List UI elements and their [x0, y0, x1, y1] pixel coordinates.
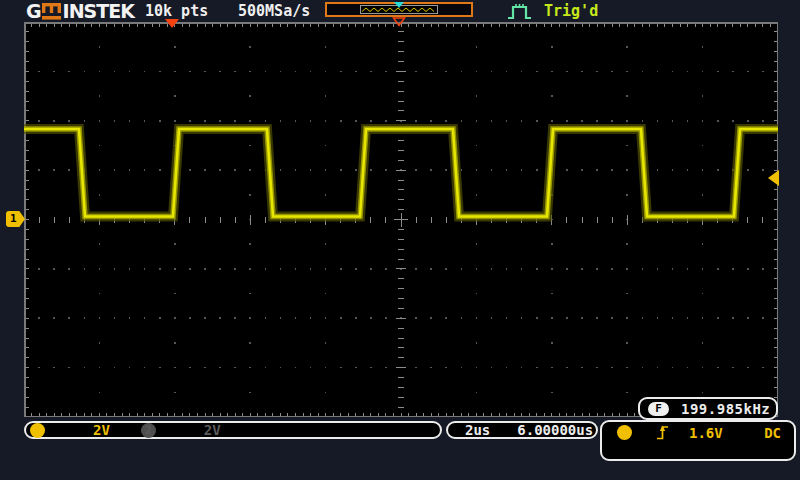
acquisition-points: 10k pts [145, 2, 208, 20]
trigger-status-box: 1 1.6V DC [600, 420, 796, 461]
oscilloscope-screen: G INSTEK 10k pts 500MSa/s [0, 0, 800, 480]
horizontal-position-value: 6.00000us [517, 422, 593, 438]
trigger-coupling-value: DC [764, 425, 781, 441]
frequency-value: 199.985kHz [681, 401, 770, 417]
brand-logo-g: G [26, 0, 41, 22]
channel-status-bar: 1 2V 2 2V [24, 421, 442, 439]
horizontal-center-marker-icon [392, 17, 406, 27]
memory-bar [325, 2, 473, 17]
channel2-scale: 2V [204, 422, 221, 438]
trigger-position-marker-icon [165, 19, 179, 28]
channel1-ground-marker: 1 [6, 211, 25, 227]
frequency-counter: F 199.985kHz [638, 397, 778, 420]
channel1-badge: 1 [30, 423, 45, 438]
trigger-source-badge: 1 [617, 425, 632, 440]
sample-rate: 500MSa/s [238, 2, 310, 20]
timebase-value: 2us [465, 422, 490, 438]
channel1-scale: 2V [93, 422, 110, 438]
trigger-level-value: 1.6V [689, 425, 723, 441]
frequency-label: F [648, 402, 669, 416]
pulse-waveform-icon [506, 2, 533, 21]
trigger-level-marker-icon [768, 170, 779, 186]
memory-trigger-cursor-icon [394, 2, 404, 8]
ch1-trace [24, 22, 778, 417]
trigger-status: Trig'd [544, 2, 598, 20]
channel2-badge: 2 [141, 423, 156, 438]
brand-w-icon [42, 1, 62, 21]
graticule [24, 22, 778, 417]
rising-edge-icon [656, 424, 669, 441]
brand-logo-instek: INSTEK [63, 0, 134, 22]
horizontal-status-box: 2us 6.00000us [446, 421, 598, 439]
brand-logo: G INSTEK [26, 1, 134, 21]
